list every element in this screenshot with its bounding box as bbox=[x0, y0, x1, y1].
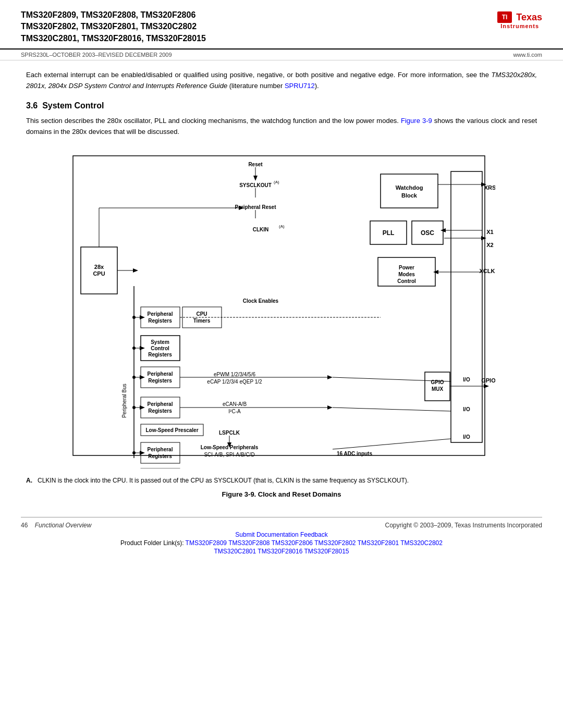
submit-feedback-link[interactable]: Submit Documentation Feedback bbox=[235, 531, 327, 538]
page-header: TMS320F2809, TMS320F2808, TMS320F2806 TM… bbox=[0, 0, 563, 50]
svg-text:CPU: CPU bbox=[93, 270, 105, 277]
svg-text:Block: Block bbox=[401, 192, 418, 199]
ti-logo-text: TI Texas bbox=[497, 11, 542, 23]
svg-text:Peripheral: Peripheral bbox=[148, 371, 173, 377]
svg-marker-66 bbox=[253, 176, 258, 181]
svg-marker-109 bbox=[327, 405, 333, 410]
page-footer: 46 Functional Overview Copyright © 2003–… bbox=[21, 517, 542, 555]
footer-page-section: 46 Functional Overview bbox=[21, 522, 91, 529]
product-link-f2808[interactable]: TMS320F2808 bbox=[228, 539, 270, 547]
svg-rect-34 bbox=[381, 174, 438, 208]
svg-rect-45 bbox=[451, 171, 482, 442]
svg-text:X1: X1 bbox=[486, 229, 493, 235]
svg-marker-92 bbox=[140, 375, 145, 379]
svg-text:LSPCLK: LSPCLK bbox=[219, 430, 240, 436]
ti-logo-sub: Instruments bbox=[500, 23, 539, 29]
svg-rect-17 bbox=[141, 367, 180, 388]
svg-text:SYSCLKOUT: SYSCLKOUT bbox=[239, 182, 272, 188]
svg-text:Registers: Registers bbox=[148, 352, 172, 357]
footer-product-row2: TMS320C2801 TMS320F28016 TMS320F28015 bbox=[21, 548, 542, 555]
doc-info-bar: SPRS230L–OCTOBER 2003–REVISED DECEMBER 2… bbox=[0, 50, 563, 60]
ti-logo-name: Texas bbox=[516, 12, 542, 23]
section-number: 3.6 bbox=[26, 101, 38, 110]
svg-text:Control: Control bbox=[151, 346, 169, 351]
svg-text:ePWM 1/2/3/4/5/6: ePWM 1/2/3/4/5/6 bbox=[214, 372, 255, 377]
product-link-f28015[interactable]: TMS320F28015 bbox=[304, 548, 349, 555]
svg-text:Registers: Registers bbox=[148, 318, 172, 324]
figure-caption: Figure 3-9. Clock and Reset Domains bbox=[26, 490, 537, 498]
svg-rect-7 bbox=[141, 307, 180, 328]
svg-text:16 ADC inputs: 16 ADC inputs bbox=[337, 451, 372, 456]
svg-text:PLL: PLL bbox=[383, 229, 395, 237]
header-titles: TMS320F2809, TMS320F2808, TMS320F2806 TM… bbox=[21, 9, 206, 44]
product-link-f2801[interactable]: TMS320F2801 bbox=[358, 539, 399, 547]
doc-id: SPRS230L–OCTOBER 2003–REVISED DECEMBER 2… bbox=[21, 52, 172, 58]
svg-text:Reset: Reset bbox=[248, 162, 263, 167]
svg-marker-86 bbox=[140, 315, 145, 319]
website: www.ti.com bbox=[513, 52, 542, 58]
footer-feedback-row: Submit Documentation Feedback bbox=[21, 531, 542, 538]
product-link-c2802[interactable]: TMS320C2802 bbox=[400, 539, 443, 547]
svg-marker-89 bbox=[140, 346, 145, 350]
svg-text:Clock Enables: Clock Enables bbox=[243, 298, 279, 304]
svg-text:I/O: I/O bbox=[463, 434, 470, 440]
main-content: Each external interrupt can be enabled/d… bbox=[0, 60, 563, 512]
svg-line-111 bbox=[333, 408, 451, 411]
title-line2: TMS320F2802, TMS320F2801, TMS320C2802 bbox=[21, 21, 206, 32]
footer-copyright: Copyright © 2003–2009, Texas Instruments… bbox=[385, 522, 542, 529]
section-body: This section describes the 280x oscillat… bbox=[26, 116, 537, 138]
svg-text:Low-Speed Prescaler: Low-Speed Prescaler bbox=[145, 427, 198, 433]
svg-text:TI: TI bbox=[502, 14, 508, 21]
title-line1: TMS320F2809, TMS320F2808, TMS320F2806 bbox=[21, 9, 206, 21]
product-link-f2802[interactable]: TMS320F2802 bbox=[314, 539, 356, 547]
product-link-f2806[interactable]: TMS320F2806 bbox=[272, 539, 313, 547]
svg-text:X2: X2 bbox=[486, 242, 493, 248]
svg-text:Power: Power bbox=[399, 265, 414, 270]
svg-point-96 bbox=[132, 406, 136, 409]
clock-reset-diagram: 28x CPU Peripheral Bus Peripheral Regist… bbox=[68, 145, 495, 468]
svg-text:CLKIN: CLKIN bbox=[253, 227, 269, 232]
svg-text:I/O: I/O bbox=[463, 377, 470, 382]
product-link-f28016[interactable]: TMS320F28016 bbox=[258, 548, 302, 555]
svg-text:Registers: Registers bbox=[148, 378, 172, 384]
section-label: Functional Overview bbox=[35, 522, 92, 529]
svg-point-99 bbox=[132, 451, 136, 454]
svg-point-87 bbox=[132, 316, 136, 319]
svg-text:Watchdog: Watchdog bbox=[396, 184, 423, 191]
product-link-c2801[interactable]: TMS320C2801 bbox=[214, 548, 256, 555]
footer-row1: 46 Functional Overview Copyright © 2003–… bbox=[21, 522, 542, 529]
section-heading: 3.6 System Control bbox=[26, 101, 537, 110]
product-label: Product Folder Link(s): bbox=[120, 539, 183, 547]
svg-text:I/O: I/O bbox=[463, 406, 470, 412]
svg-text:28x: 28x bbox=[94, 264, 104, 270]
ti-logo: TI Texas Instruments bbox=[497, 11, 542, 29]
svg-text:System: System bbox=[151, 339, 169, 345]
intro-text2: (literature number bbox=[227, 82, 285, 90]
title-line3: TMS320C2801, TMS320F28016, TMS320F28015 bbox=[21, 33, 206, 44]
svg-marker-107 bbox=[327, 375, 333, 379]
svg-text:Peripheral Bus: Peripheral Bus bbox=[121, 384, 127, 418]
svg-rect-22 bbox=[141, 397, 180, 418]
svg-text:GPIOs: GPIOs bbox=[481, 377, 495, 384]
svg-text:Timers: Timers bbox=[193, 318, 211, 324]
svg-text:CPU: CPU bbox=[196, 311, 207, 317]
spru712-link[interactable]: SPRU712 bbox=[285, 82, 315, 90]
svg-text:(A): (A) bbox=[274, 180, 279, 184]
svg-text:MUX: MUX bbox=[432, 386, 444, 392]
section-36: 3.6 System Control This section describe… bbox=[26, 101, 537, 138]
svg-text:GPIO: GPIO bbox=[431, 379, 444, 385]
svg-marker-61 bbox=[433, 270, 438, 274]
svg-line-112 bbox=[333, 439, 451, 449]
product-link-f2809[interactable]: TMS320F2809 bbox=[186, 539, 227, 547]
svg-marker-59 bbox=[481, 236, 486, 240]
svg-text:Modes: Modes bbox=[398, 272, 415, 277]
section-title: System Control bbox=[42, 101, 104, 110]
svg-text:OSC: OSC bbox=[421, 229, 434, 237]
figure39-link[interactable]: Figure 3-9 bbox=[401, 117, 432, 125]
note-text: CLKIN is the clock into the CPU. It is p… bbox=[38, 477, 409, 484]
svg-text:Registers: Registers bbox=[148, 408, 172, 414]
section-body-before: This section describes the 280x oscillat… bbox=[26, 117, 401, 125]
svg-text:eCAP 1/2/3/4 eQEP 1/2: eCAP 1/2/3/4 eQEP 1/2 bbox=[207, 379, 262, 385]
intro-text3: ). bbox=[315, 82, 319, 90]
intro-text1: Each external interrupt can be enabled/d… bbox=[26, 71, 492, 79]
